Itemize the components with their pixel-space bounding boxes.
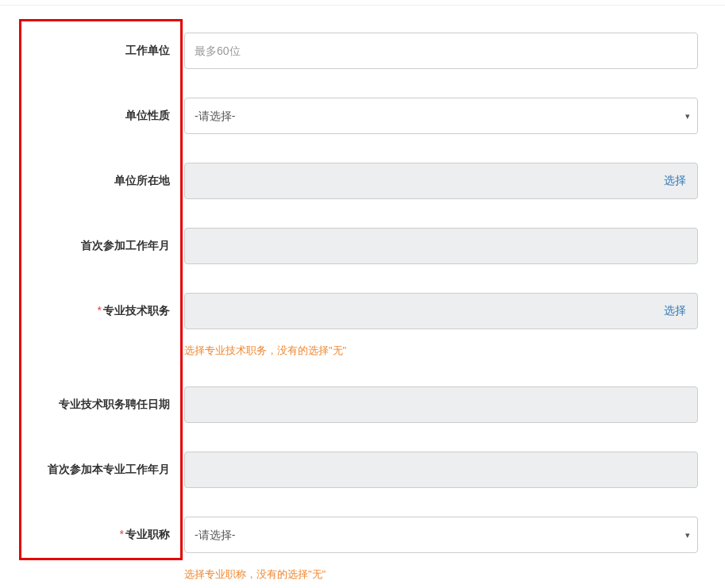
label-pro-tech-position-date: 专业技术职务聘任日期 (0, 398, 175, 412)
first-major-work-date-input[interactable] (184, 452, 698, 488)
pro-tech-position-picker: 选择 (184, 293, 698, 329)
pro-title-select[interactable]: -请选择- (184, 517, 698, 553)
unit-nature-select[interactable]: -请选择- (184, 98, 698, 134)
row-pro-tech-position: *专业技术职务 选择 (0, 293, 725, 329)
row-first-major-work-date: 首次参加本专业工作年月 (0, 452, 725, 488)
row-pro-tech-position-date: 专业技术职务聘任日期 (0, 386, 725, 423)
row-first-work-date: 首次参加工作年月 (0, 228, 725, 264)
required-mark: * (120, 528, 124, 540)
label-work-unit: 工作单位 (0, 44, 175, 58)
work-unit-input[interactable] (184, 33, 698, 69)
label-first-work-date: 首次参加工作年月 (0, 239, 175, 253)
pro-tech-position-date-input[interactable] (184, 386, 698, 423)
pro-tech-position-select-button[interactable]: 选择 (653, 304, 697, 318)
row-work-unit: 工作单位 (0, 33, 725, 69)
required-mark: * (98, 304, 102, 317)
row-unit-nature: 单位性质 -请选择- ▾ (0, 98, 725, 134)
unit-location-picker: 选择 (184, 163, 698, 199)
label-pro-tech-position: *专业技术职务 (0, 304, 175, 318)
label-unit-nature: 单位性质 (0, 109, 175, 123)
row-unit-location: 单位所在地 选择 (0, 163, 725, 199)
label-pro-title: *专业职称 (0, 528, 175, 542)
unit-location-select-button[interactable]: 选择 (653, 174, 697, 188)
pro-title-help: 选择专业职称，没有的选择"无" (184, 567, 725, 582)
label-unit-location: 单位所在地 (0, 174, 175, 188)
form-area: 工作单位 单位性质 -请选择- ▾ 单位所在地 (0, 6, 725, 582)
label-first-major-work-date: 首次参加本专业工作年月 (0, 463, 175, 477)
first-work-date-input[interactable] (184, 228, 698, 264)
row-pro-title: *专业职称 -请选择- ▾ (0, 517, 725, 553)
pro-tech-position-help: 选择专业技术职务，没有的选择"无" (184, 344, 725, 358)
